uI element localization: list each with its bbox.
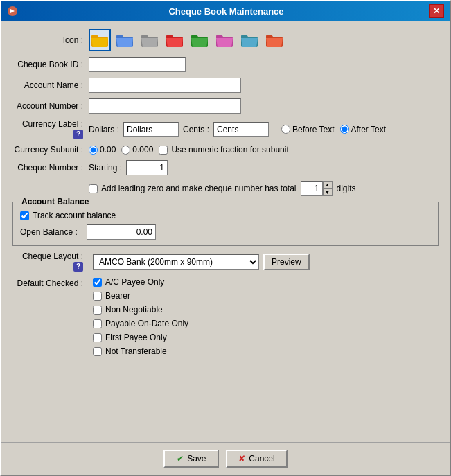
- track-balance-option[interactable]: Track account balance: [20, 211, 431, 220]
- starting-input[interactable]: [126, 160, 168, 175]
- bearer-label: Bearer: [105, 291, 130, 301]
- icon-btn-blue[interactable]: [114, 29, 136, 51]
- account-name-input[interactable]: [89, 78, 241, 93]
- digits-spinbox: ▲ ▼: [301, 181, 333, 196]
- subunit-radio1[interactable]: [89, 146, 98, 155]
- default-checked-section: Default Checked : A/C Payee Only Bearer …: [12, 277, 439, 356]
- bearer-checkbox[interactable]: [93, 292, 102, 301]
- bearer-item[interactable]: Bearer: [93, 291, 188, 301]
- cancel-button[interactable]: ✘ Cancel: [226, 450, 287, 468]
- digits-label: digits: [337, 184, 356, 193]
- title-bar: Cheque Book Maintenance ✕: [1, 1, 450, 21]
- numeric-fraction-option[interactable]: Use numeric fraction for subunit: [159, 145, 288, 155]
- position-options: Before Text After Text: [281, 125, 386, 134]
- after-text-option[interactable]: After Text: [340, 125, 386, 134]
- not-transferable-checkbox[interactable]: [93, 347, 102, 356]
- spin-buttons: ▲ ▼: [323, 181, 333, 196]
- numeric-fraction-label: Use numeric fraction for subunit: [171, 145, 288, 155]
- currency-subunit-label: Currency Subunit :: [12, 145, 89, 155]
- after-text-radio[interactable]: [340, 125, 349, 134]
- numeric-fraction-checkbox[interactable]: [159, 146, 168, 155]
- icon-btn-orange[interactable]: [263, 29, 285, 51]
- account-number-input[interactable]: [89, 98, 241, 114]
- non-negotiable-checkbox[interactable]: [93, 306, 102, 315]
- icon-buttons: [89, 29, 285, 51]
- title-bar-left: [7, 6, 24, 17]
- cheque-layout-label: Cheque Layout : ?: [12, 252, 89, 272]
- folder-green-icon: [190, 32, 209, 49]
- currency-inputs: Dollars : Cents : Before Text After Text: [89, 122, 386, 137]
- icon-btn-red[interactable]: [163, 29, 186, 51]
- dollars-label: Dollars :: [89, 125, 119, 134]
- payable-on-date-label: Payable On-Date Only: [105, 319, 188, 328]
- icon-btn-teal[interactable]: [238, 29, 260, 51]
- first-payee-only-item[interactable]: First Payee Only: [93, 333, 188, 342]
- not-transferable-item[interactable]: Not Transferable: [93, 346, 188, 356]
- cheque-number-inputs: Starting :: [89, 160, 168, 175]
- leading-zero-row: Add leading zero and make cheque number …: [89, 181, 439, 196]
- account-number-label: Account Number :: [12, 101, 89, 111]
- payable-on-date-checkbox[interactable]: [93, 319, 102, 328]
- not-transferable-label: Not Transferable: [105, 346, 167, 356]
- track-balance-checkbox[interactable]: [20, 211, 29, 220]
- icon-btn-yellow[interactable]: [89, 29, 111, 51]
- account-name-label: Account Name :: [12, 80, 89, 90]
- save-button[interactable]: ✔ Save: [163, 450, 219, 468]
- default-checked-label: Default Checked :: [12, 277, 89, 288]
- dollars-input[interactable]: [123, 122, 179, 137]
- cents-label: Cents :: [183, 125, 209, 134]
- ac-payee-only-checkbox[interactable]: [93, 278, 102, 287]
- cheque-book-id-input[interactable]: [89, 57, 186, 72]
- spin-up-button[interactable]: ▲: [323, 181, 333, 188]
- cheque-number-row: Cheque Number : Starting :: [12, 160, 439, 175]
- account-balance-group: Account Balance Track account balance Op…: [12, 202, 439, 246]
- subunit-options: 0.00 0.000 Use numeric fraction for subu…: [89, 145, 289, 155]
- cheque-number-label: Cheque Number :: [12, 163, 89, 173]
- folder-pink-icon: [215, 32, 234, 49]
- before-text-radio[interactable]: [281, 125, 290, 134]
- cheque-layout-select[interactable]: AMCO Bank (200mm x 90mm): [93, 254, 259, 270]
- cheque-layout-help-icon[interactable]: ?: [73, 262, 83, 272]
- before-text-option[interactable]: Before Text: [281, 125, 334, 134]
- digits-input[interactable]: [301, 181, 323, 196]
- icon-label: Icon :: [12, 35, 89, 45]
- ac-payee-only-label: A/C Payee Only: [105, 277, 164, 287]
- cheque-book-id-label: Cheque Book ID :: [12, 60, 89, 69]
- folder-gray-icon: [140, 32, 159, 49]
- currency-label-text: Currency Label : ?: [12, 119, 89, 139]
- save-label: Save: [187, 454, 206, 464]
- icon-btn-green[interactable]: [188, 29, 211, 51]
- leading-zero-option[interactable]: Add leading zero and make cheque number …: [89, 184, 297, 193]
- main-window: Cheque Book Maintenance ✕ Icon :: [0, 0, 451, 476]
- before-text-label: Before Text: [292, 125, 334, 134]
- icon-btn-gray[interactable]: [139, 29, 161, 51]
- form-content: Icon :: [1, 21, 450, 442]
- cheque-layout-row: Cheque Layout : ? AMCO Bank (200mm x 90m…: [12, 252, 439, 272]
- account-name-row: Account Name :: [12, 78, 439, 93]
- folder-orange-icon: [265, 32, 284, 49]
- subunit-option2[interactable]: 0.000: [121, 145, 153, 155]
- subunit-option1[interactable]: 0.00: [89, 145, 116, 155]
- ac-payee-only-item[interactable]: A/C Payee Only: [93, 277, 188, 287]
- cents-input[interactable]: [213, 122, 269, 137]
- subunit-radio2[interactable]: [121, 146, 130, 155]
- preview-button[interactable]: Preview: [263, 254, 310, 270]
- icon-row: Icon :: [12, 29, 439, 51]
- payable-on-date-item[interactable]: Payable On-Date Only: [93, 319, 188, 328]
- open-balance-input[interactable]: [87, 224, 156, 240]
- currency-help-icon[interactable]: ?: [73, 130, 83, 139]
- subunit-label1: 0.00: [100, 145, 116, 155]
- leading-zero-checkbox[interactable]: [89, 184, 98, 193]
- spin-down-button[interactable]: ▼: [323, 188, 333, 196]
- first-payee-only-label: First Payee Only: [105, 333, 167, 342]
- starting-label: Starting :: [89, 163, 122, 173]
- subunit-label2: 0.000: [132, 145, 153, 155]
- folder-teal-icon: [240, 32, 259, 49]
- close-button[interactable]: ✕: [429, 4, 444, 18]
- icon-btn-pink[interactable]: [213, 29, 236, 51]
- account-balance-title: Account Balance: [19, 197, 91, 206]
- non-negotiable-item[interactable]: Non Negotiable: [93, 305, 188, 315]
- first-payee-only-checkbox[interactable]: [93, 333, 102, 342]
- save-icon: ✔: [177, 454, 184, 464]
- account-balance-content: Track account balance Open Balance :: [20, 211, 431, 240]
